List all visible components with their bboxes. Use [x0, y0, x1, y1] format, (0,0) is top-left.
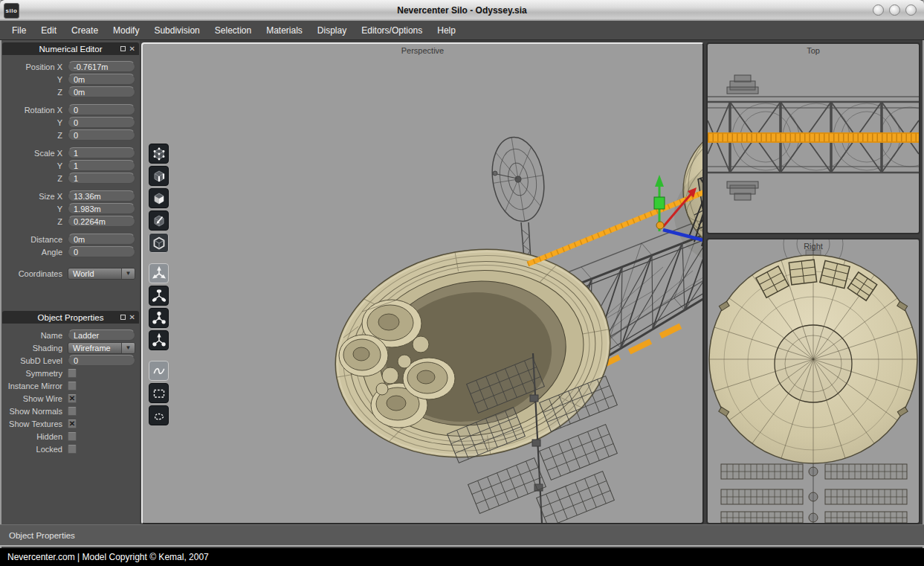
field-label: Locked: [1, 445, 62, 454]
size-y-input[interactable]: [68, 203, 135, 214]
panel-title: Object Properties: [38, 313, 104, 322]
object-properties-header[interactable]: Object Properties ✕: [2, 311, 139, 324]
size-x-input[interactable]: [68, 190, 135, 202]
menu-bar: File Edit Create Modify Subdivision Sele…: [0, 21, 924, 40]
edge-mode-button[interactable]: [149, 166, 169, 186]
field-label: Hidden: [1, 432, 62, 441]
dropdown-value: Wireframe: [68, 343, 121, 353]
right-scene: [708, 239, 919, 523]
object-mode-button[interactable]: [149, 233, 169, 253]
locked-checkbox[interactable]: [68, 445, 77, 454]
menu-display[interactable]: Display: [310, 21, 354, 39]
menu-editors-options[interactable]: Editors/Options: [354, 21, 430, 39]
field-label: Rotation X: [1, 106, 62, 115]
position-z-input[interactable]: [68, 86, 135, 97]
field-label: Z: [1, 131, 62, 140]
size-z-input[interactable]: [68, 216, 135, 227]
field-label: Scale X: [1, 149, 62, 158]
maximize-button[interactable]: [889, 4, 900, 16]
lasso-select-button[interactable]: [149, 405, 169, 425]
menu-edit[interactable]: Edit: [33, 21, 64, 39]
menu-modify[interactable]: Modify: [106, 21, 146, 39]
window-controls: [873, 4, 917, 16]
rotate-tool-button[interactable]: [149, 286, 169, 306]
field-label: Y: [1, 75, 62, 84]
rotation-x-input[interactable]: [68, 104, 135, 115]
close-icon[interactable]: ✕: [129, 45, 135, 53]
scale-z-input[interactable]: [68, 173, 135, 184]
scale-tool-button[interactable]: [149, 308, 169, 328]
show-textures-checkbox[interactable]: ✕: [68, 419, 77, 428]
field-label: Name: [1, 331, 62, 340]
shading-dropdown[interactable]: Wireframe ▼: [68, 342, 135, 354]
rectangle-select-button[interactable]: [149, 383, 169, 403]
instance-mirror-checkbox[interactable]: [68, 382, 77, 390]
right-viewport[interactable]: Right: [706, 238, 920, 524]
close-icon[interactable]: ✕: [129, 314, 135, 321]
move-tool-button[interactable]: [149, 263, 169, 283]
scale-y-input[interactable]: [68, 160, 135, 171]
title-bar[interactable]: silo Nevercenter Silo - Odyssey.sia: [0, 0, 924, 21]
numerical-editor-header[interactable]: Numerical Editor ✕: [2, 42, 139, 55]
coordinates-dropdown[interactable]: World ▼: [68, 268, 135, 280]
menu-selection[interactable]: Selection: [207, 21, 259, 39]
tweak-tool-button[interactable]: [149, 361, 169, 381]
element-mode-button[interactable]: [149, 210, 169, 231]
chevron-down-icon: ▼: [121, 343, 135, 353]
rotation-z-input[interactable]: [68, 129, 135, 141]
viewport-label: Right: [708, 242, 919, 251]
menu-file[interactable]: File: [4, 21, 33, 39]
subd-level-input[interactable]: [68, 355, 135, 366]
status-bar: Object Properties: [0, 524, 924, 547]
field-label: Y: [1, 161, 62, 170]
status-text: Object Properties: [9, 531, 75, 540]
window-title: Nevercenter Silo - Odyssey.sia: [0, 5, 924, 16]
field-label: Show Textures: [1, 419, 62, 428]
show-wire-checkbox[interactable]: ✕: [68, 394, 77, 403]
viewport-label: Perspective: [143, 46, 702, 55]
app-window: silo Nevercenter Silo - Odyssey.sia File…: [0, 0, 924, 566]
perspective-viewport[interactable]: Perspective: [141, 42, 704, 524]
position-x-input[interactable]: [68, 61, 135, 72]
top-scene: [708, 44, 919, 233]
name-input[interactable]: [68, 329, 135, 341]
position-y-input[interactable]: [68, 74, 135, 85]
menu-help[interactable]: Help: [430, 21, 463, 39]
collapse-icon[interactable]: [120, 46, 126, 51]
dropdown-value: World: [68, 268, 121, 279]
field-label: Shading: [1, 344, 62, 353]
rotation-y-input[interactable]: [68, 117, 135, 128]
chevron-down-icon: ▼: [121, 268, 135, 279]
perspective-scene: [143, 44, 702, 523]
field-label: Z: [1, 174, 62, 183]
field-label: Instance Mirror: [1, 382, 62, 390]
field-label: Y: [1, 205, 62, 213]
vertex-mode-button[interactable]: [149, 144, 169, 164]
distance-input[interactable]: [68, 234, 135, 245]
field-label: Y: [1, 118, 62, 127]
menu-subdivision[interactable]: Subdivision: [146, 21, 207, 39]
close-button[interactable]: [905, 4, 917, 16]
field-label: Size X: [1, 192, 62, 201]
angle-input[interactable]: [68, 246, 135, 257]
minimize-button[interactable]: [873, 4, 884, 16]
footer-bar: Nevercenter.com | Model Copyright © Kema…: [0, 548, 924, 566]
field-label: Symmetry: [1, 369, 62, 378]
field-label: SubD Level: [1, 356, 62, 365]
field-label: Distance: [1, 235, 62, 244]
field-label: Position X: [1, 62, 62, 71]
left-panel-column: Numerical Editor ✕ Position X Y Z Rotati…: [1, 40, 140, 524]
show-normals-checkbox[interactable]: [68, 407, 77, 416]
collapse-icon[interactable]: [120, 315, 126, 320]
scale-x-input[interactable]: [68, 147, 135, 158]
face-mode-button[interactable]: [149, 188, 169, 208]
menu-create[interactable]: Create: [64, 21, 106, 39]
symmetry-checkbox[interactable]: [68, 369, 77, 378]
menu-materials[interactable]: Materials: [259, 21, 310, 39]
hidden-checkbox[interactable]: [68, 432, 77, 441]
panel-title: Numerical Editor: [39, 45, 103, 54]
field-label: Show Normals: [1, 407, 62, 416]
top-viewport[interactable]: Top: [706, 42, 920, 234]
field-label: Show Wire: [1, 394, 62, 403]
universal-manipulator-button[interactable]: [149, 330, 169, 350]
